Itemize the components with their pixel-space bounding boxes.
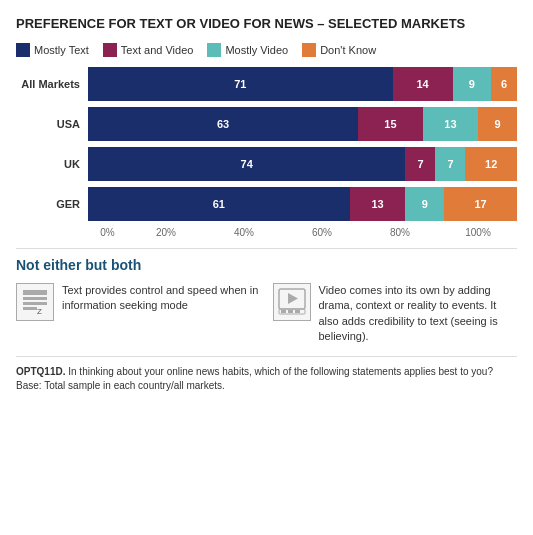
bar-container: 747712	[88, 147, 517, 181]
bar-segment: 9	[478, 107, 517, 141]
legend-label: Text and Video	[121, 44, 194, 56]
legend-item: Mostly Video	[207, 43, 288, 57]
bar-row: GER6113917	[16, 187, 517, 221]
bar-label: All Markets	[16, 78, 88, 90]
legend-item: Text and Video	[103, 43, 194, 57]
bar-segment: 61	[88, 187, 350, 221]
bar-segment: 71	[88, 67, 393, 101]
bar-row: UK747712	[16, 147, 517, 181]
x-tick: 100%	[439, 227, 517, 238]
bar-row: All Markets711496	[16, 67, 517, 101]
legend-item: Don't Know	[302, 43, 376, 57]
legend-color	[103, 43, 117, 57]
bar-segment: 6	[491, 67, 517, 101]
bar-label: USA	[16, 118, 88, 130]
bar-segment: 7	[405, 147, 435, 181]
svg-rect-8	[288, 310, 293, 313]
bar-container: 711496	[88, 67, 517, 101]
x-tick: 60%	[283, 227, 361, 238]
bar-segment: 9	[453, 67, 492, 101]
x-tick: 80%	[361, 227, 439, 238]
bar-label: GER	[16, 198, 88, 210]
svg-rect-7	[281, 310, 286, 313]
bar-segment: 13	[350, 187, 406, 221]
svg-rect-2	[23, 302, 47, 305]
bar-segment: 12	[465, 147, 516, 181]
svg-rect-9	[295, 310, 300, 313]
svg-rect-0	[23, 290, 47, 295]
bar-segment: 17	[444, 187, 517, 221]
bar-label: UK	[16, 158, 88, 170]
x-tick: 20%	[127, 227, 205, 238]
bar-container: 6315139	[88, 107, 517, 141]
bar-segment: 15	[358, 107, 422, 141]
info-box-left: Z Text provides control and speed when i…	[16, 283, 261, 345]
info-boxes: Z Text provides control and speed when i…	[16, 283, 517, 345]
legend-color	[302, 43, 316, 57]
svg-rect-1	[23, 297, 47, 300]
text-icon: Z	[16, 283, 54, 321]
footnote: OPTQ11D. In thinking about your online n…	[16, 356, 517, 393]
x-tick: 0%	[88, 227, 127, 238]
info-box-right: Video comes into its own by adding drama…	[273, 283, 518, 345]
legend-item: Mostly Text	[16, 43, 89, 57]
legend: Mostly TextText and VideoMostly VideoDon…	[16, 43, 517, 57]
video-icon	[273, 283, 311, 321]
svg-marker-10	[288, 293, 298, 304]
bar-container: 6113917	[88, 187, 517, 221]
bar-segment: 63	[88, 107, 358, 141]
section-title: Not either but both	[16, 257, 517, 273]
info-right-text: Video comes into its own by adding drama…	[319, 283, 518, 345]
bar-segment: 9	[405, 187, 444, 221]
legend-label: Don't Know	[320, 44, 376, 56]
bar-segment: 7	[435, 147, 465, 181]
legend-label: Mostly Text	[34, 44, 89, 56]
bar-segment: 74	[88, 147, 405, 181]
bar-segment: 14	[393, 67, 453, 101]
legend-label: Mostly Video	[225, 44, 288, 56]
chart-title: PREFERENCE FOR TEXT OR VIDEO FOR NEWS – …	[16, 16, 517, 33]
divider	[16, 248, 517, 249]
x-axis: 0%20%40%60%80%100%	[88, 227, 517, 238]
legend-color	[16, 43, 30, 57]
legend-color	[207, 43, 221, 57]
svg-rect-3	[23, 307, 37, 310]
chart-area: All Markets711496USA6315139UK747712GER61…	[16, 67, 517, 221]
x-tick: 40%	[205, 227, 283, 238]
bar-row: USA6315139	[16, 107, 517, 141]
bar-segment: 13	[423, 107, 479, 141]
info-left-text: Text provides control and speed when in …	[62, 283, 261, 314]
svg-text:Z: Z	[37, 307, 42, 316]
